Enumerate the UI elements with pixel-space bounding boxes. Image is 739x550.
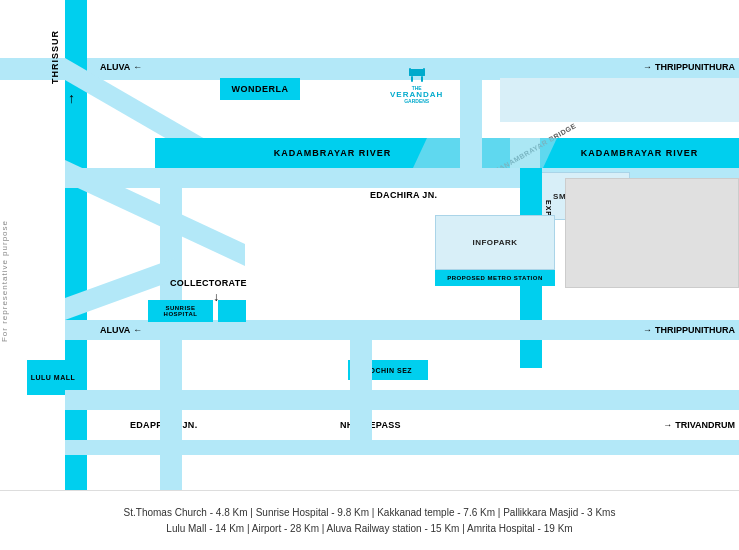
top-right-area: [500, 78, 739, 100]
info-line-2: Lulu Mall - 14 Km | Airport - 28 Km | Al…: [166, 521, 572, 537]
info-bar: St.Thomas Church - 4.8 Km | Sunrise Hosp…: [0, 490, 739, 550]
thrissur-label: THRISSUR: [50, 30, 60, 84]
right-vert-road: [460, 58, 482, 178]
representative-text: For representative purpose: [0, 220, 9, 342]
info-line-1: St.Thomas Church - 4.8 Km | Sunrise Hosp…: [124, 505, 616, 521]
svg-rect-3: [410, 69, 424, 74]
svg-rect-5: [423, 68, 425, 76]
aluva-bottom-label: ALUVA ←: [100, 325, 142, 335]
low-vert-road: [160, 390, 182, 490]
sunrise-hospital-landmark: SUNRISE HOSPITAL: [148, 300, 213, 322]
left-vert-road: [160, 168, 182, 428]
center-vert-road: [350, 340, 372, 450]
collectorate-label: COLLECTORATE: [170, 278, 247, 288]
top-right-area2: [500, 100, 739, 122]
infopark-landmark: INFOPARK: [435, 215, 555, 270]
svg-rect-4: [409, 68, 411, 76]
map-container: For representative purpose ALUVA ← → THR…: [0, 0, 739, 490]
right-block: [565, 178, 739, 288]
edachira-jn-label: EDACHIRA JN.: [370, 190, 437, 200]
metro-landmark: PROPOSED METRO STATION: [435, 270, 555, 286]
thrippunithura-bottom-label: → THRIPPUNITHURA: [643, 325, 735, 335]
thrippunithura-top-label: → THRIPPUNITHURA: [643, 62, 735, 72]
svg-rect-1: [411, 76, 413, 82]
wonderla-landmark: WONDERLA: [220, 78, 300, 100]
river-right: KADAMBRAYAR RIVER: [540, 138, 739, 168]
aluva-top-label: ALUVA ←: [100, 62, 142, 72]
collectorate-box: [218, 300, 246, 322]
verandah-logo: THE VERANDAH GARDENS: [390, 65, 443, 104]
svg-rect-2: [421, 76, 423, 82]
trivandrum-label: → TRIVANDRUM: [663, 420, 735, 430]
thrissur-arrow: ↑: [68, 90, 75, 106]
bridge-road: [413, 138, 557, 168]
